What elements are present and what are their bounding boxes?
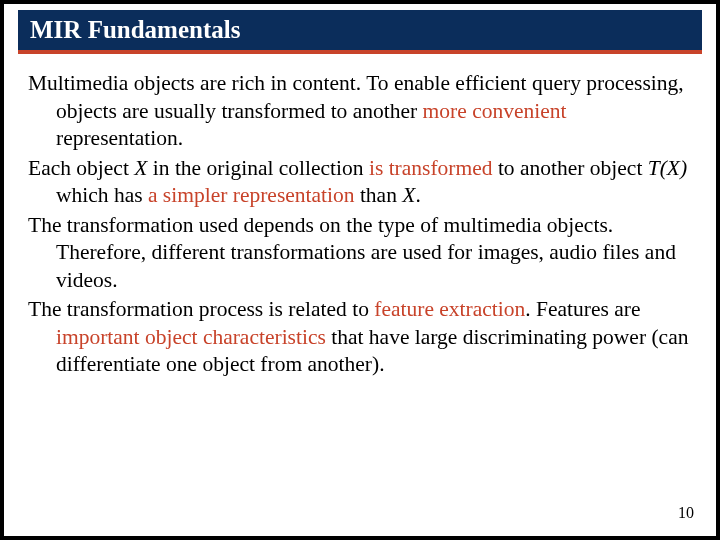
italic-text: X [402,183,415,207]
text: Multimedia objects are rich in content. … [28,71,684,123]
title-wrap: MIR Fundamentals [4,4,716,54]
page-number: 10 [678,504,694,522]
italic-text: X [134,156,147,180]
text: which has [56,183,148,207]
highlight-text: important object characteristics [56,325,326,349]
paragraph-2: Each object X in the original collection… [28,155,692,210]
text: in the original collection [147,156,369,180]
paragraph-3: The transformation used depends on the t… [28,212,692,295]
text: to another object [493,156,648,180]
paragraph-1: Multimedia objects are rich in content. … [28,70,692,153]
text: The transformation process is related to [28,297,374,321]
text: . Features are [525,297,640,321]
slide-body: Multimedia objects are rich in content. … [4,54,716,379]
highlight-text: more convenient [423,99,567,123]
highlight-text: is transformed [369,156,493,180]
text: Each object [28,156,134,180]
text: than [355,183,403,207]
italic-text: T(X) [648,156,687,180]
text: representation. [56,126,183,150]
paragraph-4: The transformation process is related to… [28,296,692,379]
text: . [415,183,420,207]
slide: MIR Fundamentals Multimedia objects are … [4,4,716,536]
highlight-text: a simpler representation [148,183,355,207]
slide-title: MIR Fundamentals [18,10,702,54]
highlight-text: feature extraction [374,297,525,321]
